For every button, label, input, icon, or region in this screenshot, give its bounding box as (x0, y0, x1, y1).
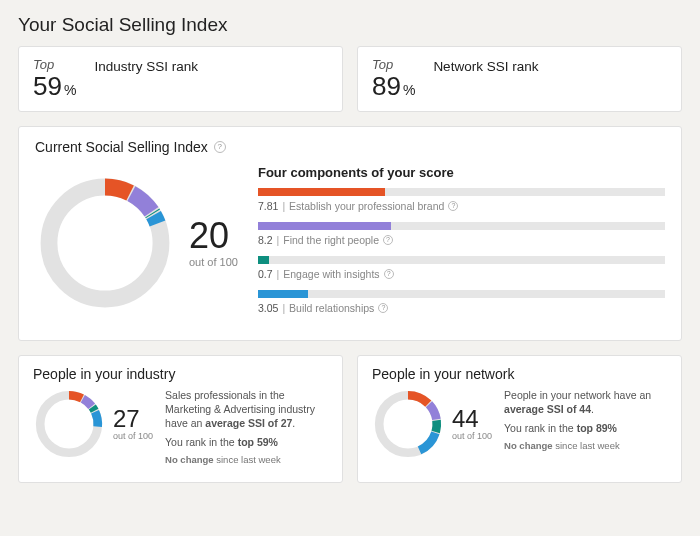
help-icon[interactable]: ? (378, 303, 388, 313)
help-icon[interactable]: ? (383, 235, 393, 245)
component-bar (258, 222, 665, 230)
network-text-change: No change since last week (504, 440, 667, 453)
component-value: 0.7 (258, 268, 273, 280)
component-value: 3.05 (258, 302, 278, 314)
component-row: 8.2Find the right people? (258, 222, 665, 246)
network-text-avg: People in your network have an average S… (504, 388, 667, 416)
industry-card: People in your industry 27 out of 100 Sa… (18, 355, 343, 484)
industry-rank-card: Top 59% Industry SSI rank (18, 46, 343, 112)
ssi-donut-chart (35, 173, 175, 313)
component-label: Find the right people (283, 234, 379, 246)
network-card-heading: People in your network (372, 366, 514, 382)
network-rank-card: Top 89% Network SSI rank (357, 46, 682, 112)
industry-card-heading: People in your industry (33, 366, 175, 382)
industry-out-of: out of 100 (113, 431, 153, 441)
network-rank-title: Network SSI rank (433, 59, 538, 74)
component-bar (258, 290, 665, 298)
industry-text-change: No change since last week (165, 454, 328, 467)
industry-text-avg: Sales professionals in the Marketing & A… (165, 388, 328, 431)
component-label: Engage with insights (283, 268, 379, 280)
components-title: Four components of your score (258, 165, 665, 180)
current-ssi-card: Current Social Selling Index ? 20 out of… (18, 126, 682, 341)
network-donut-chart (372, 388, 444, 460)
network-out-of: out of 100 (452, 431, 492, 441)
network-rank-value: 89% (372, 72, 415, 101)
component-row: 0.7Engage with insights? (258, 256, 665, 280)
industry-rank-title: Industry SSI rank (94, 59, 198, 74)
page-title: Your Social Selling Index (18, 14, 682, 36)
component-label: Establish your professional brand (289, 200, 444, 212)
help-icon[interactable]: ? (384, 269, 394, 279)
industry-rank-value: 59% (33, 72, 76, 101)
component-bar (258, 256, 665, 264)
network-top-label: Top (372, 57, 393, 72)
component-row: 3.05Build relationships? (258, 290, 665, 314)
component-bar (258, 188, 665, 196)
network-score: 44 (452, 407, 492, 431)
industry-donut-chart (33, 388, 105, 460)
component-value: 8.2 (258, 234, 273, 246)
network-text-rank: You rank in the top 89% (504, 421, 667, 435)
component-value: 7.81 (258, 200, 278, 212)
component-label: Build relationships (289, 302, 374, 314)
components-section: Four components of your score 7.81Establ… (258, 163, 665, 324)
help-icon[interactable]: ? (448, 201, 458, 211)
industry-top-label: Top (33, 57, 54, 72)
ssi-out-of: out of 100 (189, 256, 238, 268)
rank-row: Top 59% Industry SSI rank Top 89% Networ… (18, 46, 682, 112)
ssi-score: 20 (189, 218, 238, 254)
component-row: 7.81Establish your professional brand? (258, 188, 665, 212)
industry-score: 27 (113, 407, 153, 431)
help-icon[interactable]: ? (214, 141, 226, 153)
industry-text-rank: You rank in the top 59% (165, 435, 328, 449)
network-card: People in your network 44 out of 100 Peo… (357, 355, 682, 484)
current-ssi-heading: Current Social Selling Index (35, 139, 208, 155)
